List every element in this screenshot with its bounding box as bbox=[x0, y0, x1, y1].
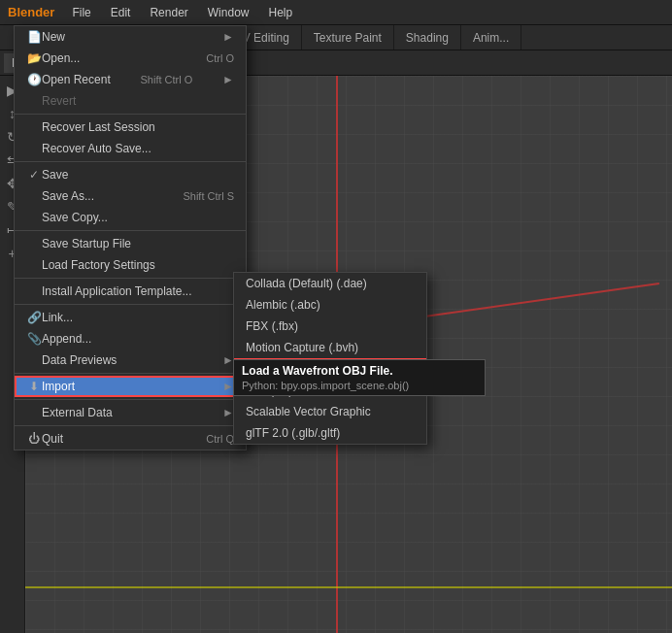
menu-external-data[interactable]: External Data ► bbox=[15, 402, 246, 423]
open-icon: 📂 bbox=[26, 51, 42, 65]
yellow-line bbox=[25, 586, 672, 588]
sep7 bbox=[15, 399, 246, 400]
install-template-label: Install Application Template... bbox=[42, 284, 192, 298]
import-svg[interactable]: Scalable Vector Graphic bbox=[234, 401, 426, 422]
tab-texture-paint[interactable]: Texture Paint bbox=[302, 25, 394, 50]
import-alembic[interactable]: Alembic (.abc) bbox=[234, 294, 426, 316]
menu-help-label: Help bbox=[268, 6, 292, 19]
tooltip-title: Load a Wavefront OBJ File. bbox=[242, 364, 477, 378]
tab-shading[interactable]: Shading bbox=[394, 25, 461, 50]
menu-recover-last[interactable]: Recover Last Session bbox=[15, 117, 246, 138]
menu-data-previews[interactable]: Data Previews ► bbox=[15, 350, 246, 371]
import-motion-capture[interactable]: Motion Capture (.bvh) bbox=[234, 337, 426, 358]
save-label: Save bbox=[42, 168, 68, 182]
sep1 bbox=[15, 114, 246, 115]
menu-install-template[interactable]: Install Application Template... bbox=[15, 281, 246, 302]
data-previews-label: Data Previews bbox=[42, 353, 117, 367]
sep8 bbox=[15, 425, 246, 426]
recover-auto-label: Recover Auto Save... bbox=[42, 142, 151, 155]
tab-animation[interactable]: Anim... bbox=[461, 25, 521, 50]
import-collada-label: Collada (Default) (.dae) bbox=[246, 277, 367, 290]
sep2 bbox=[15, 161, 246, 162]
menu-open-recent[interactable]: 🕐 Open Recent Shift Ctrl O ► bbox=[15, 69, 246, 90]
menu-save[interactable]: ✓ Save bbox=[15, 164, 246, 185]
recover-last-label: Recover Last Session bbox=[42, 120, 155, 134]
quit-shortcut: Ctrl Q bbox=[206, 433, 234, 445]
quit-label: Quit bbox=[42, 432, 63, 446]
import-submenu: Collada (Default) (.dae) Alembic (.abc) … bbox=[233, 272, 427, 445]
link-icon: 🔗 bbox=[26, 311, 42, 324]
tab-texture-paint-label: Texture Paint bbox=[314, 31, 382, 45]
sep4 bbox=[15, 278, 246, 279]
new-arrow: ► bbox=[222, 30, 234, 44]
open-recent-shortcut: Shift Ctrl O bbox=[141, 74, 193, 85]
import-gltf[interactable]: glTF 2.0 (.glb/.gltf) bbox=[234, 422, 426, 444]
import-fbx[interactable]: FBX (.fbx) bbox=[234, 316, 426, 337]
revert-label: Revert bbox=[42, 94, 76, 108]
menu-file-label: File bbox=[72, 6, 90, 19]
open-shortcut: Ctrl O bbox=[206, 52, 234, 64]
new-icon: 📄 bbox=[26, 30, 42, 44]
menu-new[interactable]: 📄 New ► bbox=[15, 26, 246, 48]
blender-logo: Blender bbox=[0, 0, 62, 24]
top-menu-bar: Blender File Edit Render Window Help bbox=[0, 0, 672, 25]
sep6 bbox=[15, 373, 246, 374]
menu-window-label: Window bbox=[208, 6, 250, 19]
import-icon: ⬇ bbox=[26, 380, 42, 393]
open-label: Open... bbox=[42, 51, 80, 65]
sep5 bbox=[15, 304, 246, 305]
menu-open[interactable]: 📂 Open... Ctrl O bbox=[15, 48, 246, 69]
sep3 bbox=[15, 230, 246, 231]
import-svg-label: Scalable Vector Graphic bbox=[246, 405, 371, 418]
link-label: Link... bbox=[42, 311, 73, 324]
file-menu: 📄 New ► 📂 Open... Ctrl O 🕐 Open Recent S… bbox=[14, 25, 247, 450]
menu-save-as[interactable]: Save As... Shift Ctrl S bbox=[15, 185, 246, 207]
menu-render-label: Render bbox=[150, 6, 187, 19]
append-icon: 📎 bbox=[26, 332, 42, 346]
save-as-label: Save As... bbox=[42, 189, 94, 203]
blender-logo-text: Blender bbox=[8, 5, 54, 19]
menu-quit[interactable]: ⏻ Quit Ctrl Q bbox=[15, 428, 246, 450]
menu-help[interactable]: Help bbox=[258, 0, 302, 24]
menu-revert[interactable]: Revert bbox=[15, 90, 246, 112]
menu-save-copy[interactable]: Save Copy... bbox=[15, 207, 246, 228]
menu-load-factory[interactable]: Load Factory Settings bbox=[15, 254, 246, 276]
save-icon: ✓ bbox=[26, 168, 42, 182]
menu-link[interactable]: 🔗 Link... bbox=[15, 307, 246, 328]
import-motion-capture-label: Motion Capture (.bvh) bbox=[246, 341, 358, 354]
tab-animation-label: Anim... bbox=[473, 31, 509, 45]
import-collada[interactable]: Collada (Default) (.dae) bbox=[234, 273, 426, 294]
menu-edit-label: Edit bbox=[111, 6, 131, 19]
save-as-shortcut: Shift Ctrl S bbox=[183, 190, 234, 202]
open-recent-label: Open Recent bbox=[42, 73, 111, 86]
menu-render[interactable]: Render bbox=[140, 0, 197, 24]
menu-file[interactable]: File bbox=[62, 0, 100, 24]
append-label: Append... bbox=[42, 332, 91, 346]
import-fbx-label: FBX (.fbx) bbox=[246, 319, 298, 333]
new-label: New bbox=[42, 30, 65, 44]
file-dropdown: 📄 New ► 📂 Open... Ctrl O 🕐 Open Recent S… bbox=[14, 25, 247, 450]
menu-window[interactable]: Window bbox=[198, 0, 259, 24]
import-alembic-label: Alembic (.abc) bbox=[246, 298, 320, 312]
menu-append[interactable]: 📎 Append... bbox=[15, 328, 246, 350]
open-recent-icon: 🕐 bbox=[26, 73, 42, 86]
menu-save-startup[interactable]: Save Startup File bbox=[15, 233, 246, 254]
menu-recover-auto[interactable]: Recover Auto Save... bbox=[15, 138, 246, 159]
tooltip-code: Python: bpy.ops.import_scene.obj() bbox=[242, 380, 477, 391]
menu-edit[interactable]: Edit bbox=[101, 0, 141, 24]
tab-shading-label: Shading bbox=[406, 31, 449, 45]
save-copy-label: Save Copy... bbox=[42, 211, 108, 224]
open-recent-arrow: ► bbox=[222, 73, 234, 86]
save-startup-label: Save Startup File bbox=[42, 237, 131, 250]
quit-icon: ⏻ bbox=[26, 432, 42, 446]
external-data-label: External Data bbox=[42, 406, 113, 419]
wavefront-tooltip: Load a Wavefront OBJ File. Python: bpy.o… bbox=[233, 359, 486, 396]
menu-import[interactable]: ⬇ Import ► bbox=[15, 376, 246, 397]
load-factory-label: Load Factory Settings bbox=[42, 258, 155, 272]
import-label: Import bbox=[42, 380, 75, 393]
import-gltf-label: glTF 2.0 (.glb/.gltf) bbox=[246, 426, 340, 440]
